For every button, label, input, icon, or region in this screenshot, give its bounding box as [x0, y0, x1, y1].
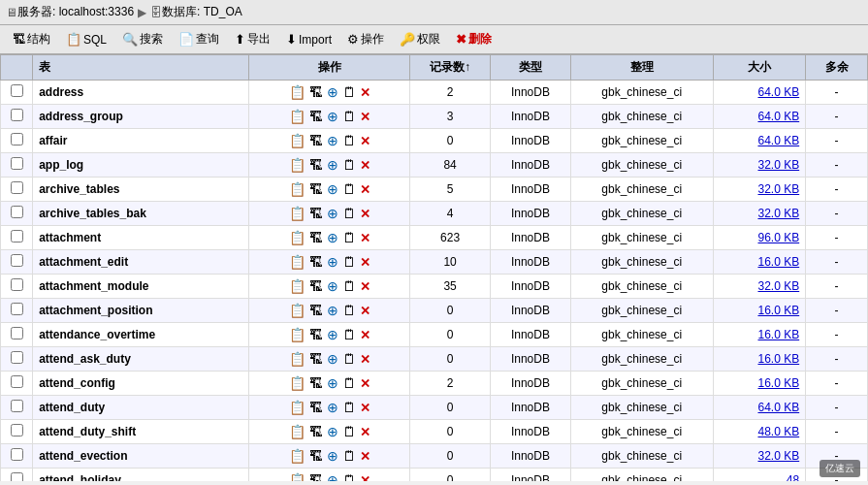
- struct-icon[interactable]: 🏗: [308, 108, 324, 125]
- delete-icon[interactable]: ✕: [359, 278, 371, 295]
- toolbar-btn-ops[interactable]: ⚙操作: [340, 28, 391, 50]
- checkbox-input[interactable]: [11, 351, 23, 364]
- search-icon[interactable]: ⊕: [326, 471, 339, 481]
- delete-icon[interactable]: ✕: [359, 448, 371, 465]
- row-size[interactable]: 64.0 KB: [713, 396, 806, 420]
- delete-icon[interactable]: ✕: [359, 375, 371, 392]
- search-icon[interactable]: ⊕: [326, 229, 339, 246]
- row-size[interactable]: 32.0 KB: [713, 178, 806, 202]
- browse-icon[interactable]: 📋: [288, 108, 306, 125]
- checkbox-input[interactable]: [11, 303, 23, 315]
- struct-icon[interactable]: 🏗: [308, 277, 324, 295]
- delete-icon[interactable]: ✕: [359, 472, 371, 482]
- checkbox-input[interactable]: [11, 84, 23, 97]
- delete-icon[interactable]: ✕: [359, 157, 371, 174]
- browse-icon[interactable]: 📋: [288, 423, 306, 440]
- checkbox-input[interactable]: [11, 424, 23, 436]
- checkbox-input[interactable]: [11, 448, 23, 461]
- row-size[interactable]: 16.0 KB: [713, 250, 806, 275]
- delete-icon[interactable]: ✕: [359, 181, 371, 198]
- delete-icon[interactable]: ✕: [359, 303, 371, 319]
- checkbox-input[interactable]: [11, 254, 23, 267]
- struct-icon[interactable]: 🏗: [308, 326, 324, 343]
- row-checkbox[interactable]: [1, 420, 33, 444]
- search-icon[interactable]: ⊕: [326, 277, 339, 295]
- checkbox-input[interactable]: [11, 181, 23, 194]
- delete-icon[interactable]: ✕: [359, 400, 371, 416]
- row-checkbox[interactable]: [1, 105, 33, 129]
- row-size[interactable]: 16.0 KB: [713, 372, 806, 396]
- checkbox-input[interactable]: [11, 327, 23, 340]
- toolbar-btn-delete[interactable]: ✖删除: [449, 28, 498, 50]
- row-size[interactable]: 64.0 KB: [713, 129, 806, 153]
- row-checkbox[interactable]: [1, 129, 33, 153]
- search-icon[interactable]: ⊕: [326, 180, 339, 198]
- browse-icon[interactable]: 📋: [288, 83, 306, 101]
- search-icon[interactable]: ⊕: [326, 326, 339, 343]
- checkbox-input[interactable]: [11, 206, 23, 218]
- browse-icon[interactable]: 📋: [288, 302, 306, 319]
- delete-icon[interactable]: ✕: [359, 84, 371, 101]
- struct-icon[interactable]: 🏗: [308, 132, 324, 149]
- insert-icon[interactable]: 🗒: [341, 326, 357, 343]
- row-size[interactable]: 96.0 KB: [713, 226, 806, 250]
- toolbar-btn-perms[interactable]: 🔑权限: [393, 28, 447, 50]
- row-size[interactable]: 16.0 KB: [713, 299, 806, 323]
- delete-icon[interactable]: ✕: [359, 327, 371, 343]
- row-size[interactable]: 16.0 KB: [713, 347, 806, 372]
- search-icon[interactable]: ⊕: [326, 156, 339, 174]
- row-size[interactable]: 48.0 KB: [713, 420, 806, 444]
- row-checkbox[interactable]: [1, 347, 33, 372]
- insert-icon[interactable]: 🗒: [341, 132, 357, 149]
- search-icon[interactable]: ⊕: [326, 83, 339, 101]
- browse-icon[interactable]: 📋: [288, 447, 306, 465]
- struct-icon[interactable]: 🏗: [308, 180, 324, 198]
- row-checkbox[interactable]: [1, 250, 33, 275]
- browse-icon[interactable]: 📋: [288, 326, 306, 343]
- row-checkbox[interactable]: [1, 299, 33, 323]
- insert-icon[interactable]: 🗒: [341, 350, 357, 368]
- row-size[interactable]: 32.0 KB: [713, 153, 806, 178]
- struct-icon[interactable]: 🏗: [308, 374, 324, 392]
- row-checkbox[interactable]: [1, 372, 33, 396]
- row-checkbox[interactable]: [1, 202, 33, 226]
- struct-icon[interactable]: 🏗: [308, 229, 324, 246]
- browse-icon[interactable]: 📋: [288, 374, 306, 392]
- row-checkbox[interactable]: [1, 153, 33, 178]
- row-size[interactable]: 32.0 KB: [713, 202, 806, 226]
- toolbar-btn-query[interactable]: 📄查询: [172, 28, 226, 50]
- struct-icon[interactable]: 🏗: [308, 447, 324, 465]
- browse-icon[interactable]: 📋: [288, 399, 306, 416]
- struct-icon[interactable]: 🏗: [308, 350, 324, 368]
- struct-icon[interactable]: 🏗: [308, 399, 324, 416]
- insert-icon[interactable]: 🗒: [341, 229, 357, 246]
- row-checkbox[interactable]: [1, 226, 33, 250]
- delete-icon[interactable]: ✕: [359, 206, 371, 222]
- row-checkbox[interactable]: [1, 178, 33, 202]
- checkbox-input[interactable]: [11, 400, 23, 412]
- insert-icon[interactable]: 🗒: [341, 180, 357, 198]
- row-checkbox[interactable]: [1, 444, 33, 469]
- row-checkbox[interactable]: [1, 469, 33, 482]
- insert-icon[interactable]: 🗒: [341, 471, 357, 481]
- struct-icon[interactable]: 🏗: [308, 83, 324, 101]
- delete-icon[interactable]: ✕: [359, 424, 371, 440]
- row-size[interactable]: 48: [713, 469, 806, 482]
- row-size[interactable]: 64.0 KB: [713, 81, 806, 105]
- delete-icon[interactable]: ✕: [359, 254, 371, 271]
- row-size[interactable]: 32.0 KB: [713, 275, 806, 299]
- struct-icon[interactable]: 🏗: [308, 423, 324, 440]
- row-checkbox[interactable]: [1, 81, 33, 105]
- checkbox-input[interactable]: [11, 109, 23, 121]
- toolbar-btn-sql[interactable]: 📋SQL: [59, 29, 113, 49]
- delete-icon[interactable]: ✕: [359, 109, 371, 125]
- insert-icon[interactable]: 🗒: [341, 423, 357, 440]
- search-icon[interactable]: ⊕: [326, 350, 339, 368]
- toolbar-btn-export[interactable]: ⬆导出: [228, 28, 277, 50]
- search-icon[interactable]: ⊕: [326, 205, 339, 222]
- search-icon[interactable]: ⊕: [326, 132, 339, 149]
- delete-icon[interactable]: ✕: [359, 230, 371, 246]
- browse-icon[interactable]: 📋: [288, 350, 306, 368]
- row-size[interactable]: 64.0 KB: [713, 105, 806, 129]
- browse-icon[interactable]: 📋: [288, 229, 306, 246]
